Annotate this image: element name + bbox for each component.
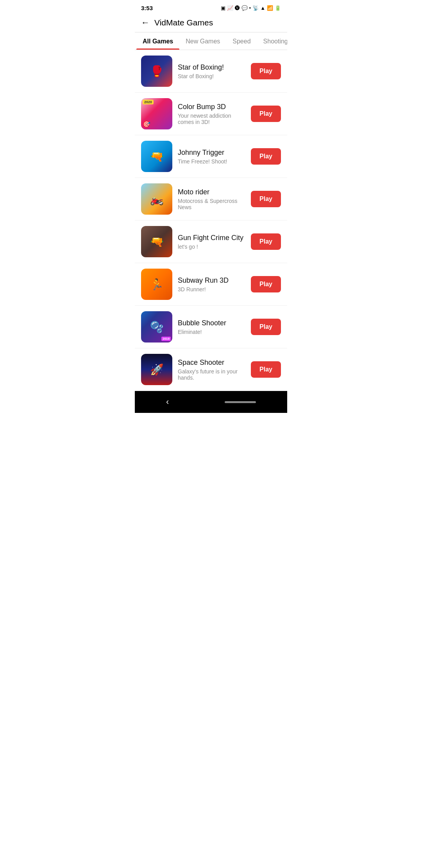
game-title-subway: Subway Run 3D — [178, 276, 245, 285]
battery-icon: 🔋 — [275, 5, 281, 11]
game-desc-moto: Motocross & Supercross News — [178, 198, 245, 210]
tab-shooting[interactable]: Shooting — [257, 32, 287, 50]
game-desc-colorbump: Your newest addiction comes in 3D! — [178, 113, 245, 125]
game-title-gunfight: Gun Fight Crime City — [178, 234, 245, 242]
tab-new[interactable]: New Games — [179, 32, 226, 50]
dot-icon: • — [249, 5, 251, 11]
play-button-moto[interactable]: Play — [251, 191, 281, 207]
page-title: VidMate Games — [154, 18, 213, 27]
tab-bar: All GamesNew GamesSpeedShootingSport — [135, 32, 287, 50]
status-bar: 3:53 ▣ 📈 🅥 💬 • 📡 ▲ 📶 🔋 — [135, 0, 287, 14]
game-item-subway: 🏃Subway Run 3D3D Runner!Play — [135, 263, 287, 306]
bottom-bar: ‹ — [135, 391, 287, 413]
game-thumbnail-subway: 🏃 — [141, 269, 172, 300]
game-item-boxing: 🥊Star of Boxing!Star of Boxing!Play — [135, 50, 287, 93]
game-desc-gunfight: let's go ! — [178, 244, 245, 250]
game-info-boxing: Star of Boxing!Star of Boxing! — [178, 63, 245, 79]
game-desc-johnny: Time Freeze! Shoot! — [178, 158, 245, 165]
signal-icon: 📶 — [267, 5, 273, 11]
sim-icon: ▣ — [221, 5, 225, 11]
play-button-boxing[interactable]: Play — [251, 63, 281, 79]
game-thumbnail-space: 🚀 — [141, 354, 172, 385]
v-icon: 🅥 — [235, 5, 240, 11]
chart-icon: 📈 — [227, 5, 233, 11]
game-thumbnail-moto: 🏍️ — [141, 183, 172, 215]
play-button-bubble[interactable]: Play — [251, 319, 281, 335]
game-title-bubble: Bubble Shooter — [178, 319, 245, 327]
play-button-subway[interactable]: Play — [251, 276, 281, 292]
game-info-colorbump: Color Bump 3DYour newest addiction comes… — [178, 103, 245, 125]
game-thumbnail-colorbump: 🎯 — [141, 98, 172, 129]
nav-back-button[interactable]: ‹ — [166, 397, 169, 407]
game-item-moto: 🏍️Moto riderMotocross & Supercross NewsP… — [135, 178, 287, 221]
game-desc-space: Galaxy's future is in your hands. — [178, 368, 245, 381]
game-thumbnail-gunfight: 🔫 — [141, 226, 172, 257]
game-info-bubble: Bubble ShooterEliminate! — [178, 319, 245, 335]
game-title-colorbump: Color Bump 3D — [178, 103, 245, 111]
tab-speed[interactable]: Speed — [226, 32, 257, 50]
cast-icon: 📡 — [252, 5, 259, 11]
back-button[interactable]: ← — [141, 18, 150, 27]
game-desc-subway: 3D Runner! — [178, 286, 245, 292]
game-title-moto: Moto rider — [178, 188, 245, 196]
play-button-colorbump[interactable]: Play — [251, 106, 281, 122]
game-info-subway: Subway Run 3D3D Runner! — [178, 276, 245, 292]
game-thumbnail-boxing: 🥊 — [141, 56, 172, 87]
game-thumbnail-johnny: 🔫 — [141, 141, 172, 172]
game-title-space: Space Shooter — [178, 359, 245, 367]
game-desc-boxing: Star of Boxing! — [178, 73, 245, 79]
game-desc-bubble: Eliminate! — [178, 329, 245, 335]
status-icons: ▣ 📈 🅥 💬 • 📡 ▲ 📶 🔋 — [221, 5, 281, 11]
game-info-gunfight: Gun Fight Crime Citylet's go ! — [178, 234, 245, 250]
header: ← VidMate Games — [135, 14, 287, 32]
game-info-space: Space ShooterGalaxy's future is in your … — [178, 359, 245, 381]
status-time: 3:53 — [141, 5, 153, 11]
chat-icon: 💬 — [241, 5, 248, 11]
game-info-moto: Moto riderMotocross & Supercross News — [178, 188, 245, 210]
game-title-johnny: Johnny Trigger — [178, 149, 245, 157]
game-thumbnail-bubble: 🫧 — [141, 311, 172, 343]
game-item-space: 🚀Space ShooterGalaxy's future is in your… — [135, 348, 287, 391]
game-title-boxing: Star of Boxing! — [178, 63, 245, 72]
play-button-gunfight[interactable]: Play — [251, 233, 281, 250]
play-button-johnny[interactable]: Play — [251, 148, 281, 165]
game-item-colorbump: 🎯Color Bump 3DYour newest addiction come… — [135, 93, 287, 135]
game-info-johnny: Johnny TriggerTime Freeze! Shoot! — [178, 149, 245, 165]
games-list: 🥊Star of Boxing!Star of Boxing!Play🎯Colo… — [135, 50, 287, 391]
play-button-space[interactable]: Play — [251, 361, 281, 378]
game-item-bubble: 🫧Bubble ShooterEliminate!Play — [135, 306, 287, 348]
game-item-johnny: 🔫Johnny TriggerTime Freeze! Shoot!Play — [135, 135, 287, 178]
home-indicator[interactable] — [225, 401, 256, 403]
game-item-gunfight: 🔫Gun Fight Crime Citylet's go !Play — [135, 221, 287, 263]
wifi-icon: ▲ — [260, 5, 265, 11]
tab-all[interactable]: All Games — [136, 32, 179, 50]
